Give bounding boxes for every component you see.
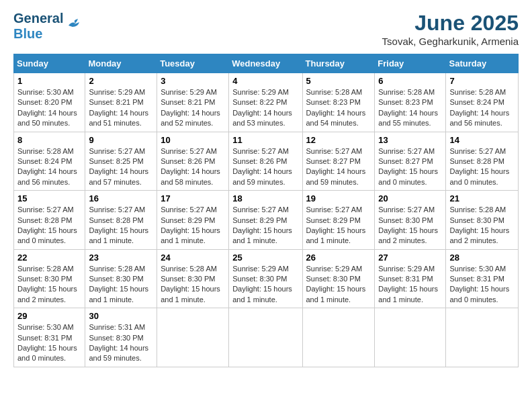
day-info: Sunrise: 5:27 AM Sunset: 8:29 PM Dayligh…	[306, 205, 371, 246]
day-info: Sunrise: 5:28 AM Sunset: 8:30 PM Dayligh…	[161, 264, 225, 306]
day-number: 27	[378, 253, 442, 263]
calendar-cell: 22Sunrise: 5:28 AM Sunset: 8:30 PM Dayli…	[14, 249, 85, 308]
calendar-cell: 29Sunrise: 5:30 AM Sunset: 8:31 PM Dayli…	[14, 308, 85, 367]
day-number: 23	[89, 253, 153, 263]
calendar-cell: 1Sunrise: 5:30 AM Sunset: 8:20 PM Daylig…	[14, 73, 85, 132]
day-number: 24	[161, 253, 225, 263]
logo-bird-icon	[66, 16, 82, 31]
day-info: Sunrise: 5:30 AM Sunset: 8:31 PM Dayligh…	[17, 322, 81, 364]
day-number: 28	[449, 253, 515, 263]
day-number: 19	[306, 193, 371, 203]
day-number: 2	[89, 76, 153, 86]
month-title: June 2025	[382, 11, 519, 36]
calendar-cell: 26Sunrise: 5:29 AM Sunset: 8:30 PM Dayli…	[302, 249, 375, 308]
calendar-cell	[302, 308, 375, 367]
day-info: Sunrise: 5:27 AM Sunset: 8:30 PM Dayligh…	[378, 205, 442, 246]
day-number: 26	[306, 253, 371, 263]
calendar-cell: 7Sunrise: 5:28 AM Sunset: 8:24 PM Daylig…	[446, 73, 519, 132]
day-info: Sunrise: 5:29 AM Sunset: 8:30 PM Dayligh…	[306, 264, 371, 306]
week-row-2: 8Sunrise: 5:28 AM Sunset: 8:24 PM Daylig…	[14, 132, 519, 191]
day-info: Sunrise: 5:27 AM Sunset: 8:27 PM Dayligh…	[378, 146, 442, 188]
calendar-cell: 6Sunrise: 5:28 AM Sunset: 8:23 PM Daylig…	[375, 73, 446, 132]
calendar-cell: 5Sunrise: 5:28 AM Sunset: 8:23 PM Daylig…	[302, 73, 375, 132]
calendar-cell: 20Sunrise: 5:27 AM Sunset: 8:30 PM Dayli…	[375, 191, 446, 250]
calendar-cell: 14Sunrise: 5:27 AM Sunset: 8:28 PM Dayli…	[446, 132, 519, 191]
col-header-monday: Monday	[85, 54, 157, 73]
day-number: 7	[449, 76, 515, 86]
week-row-1: 1Sunrise: 5:30 AM Sunset: 8:20 PM Daylig…	[14, 73, 519, 132]
col-header-friday: Friday	[375, 54, 446, 73]
calendar-cell: 4Sunrise: 5:29 AM Sunset: 8:22 PM Daylig…	[229, 73, 302, 132]
day-number: 1	[17, 76, 81, 86]
week-row-5: 29Sunrise: 5:30 AM Sunset: 8:31 PM Dayli…	[14, 308, 519, 367]
day-number: 13	[378, 135, 442, 145]
day-number: 11	[232, 135, 298, 145]
day-number: 21	[449, 193, 515, 203]
calendar-cell: 23Sunrise: 5:28 AM Sunset: 8:30 PM Dayli…	[85, 249, 157, 308]
col-header-tuesday: Tuesday	[157, 54, 229, 73]
day-info: Sunrise: 5:28 AM Sunset: 8:23 PM Dayligh…	[378, 87, 442, 129]
logo-line1: General	[13, 11, 63, 26]
calendar-cell: 16Sunrise: 5:27 AM Sunset: 8:28 PM Dayli…	[85, 191, 157, 250]
day-info: Sunrise: 5:30 AM Sunset: 8:20 PM Dayligh…	[17, 87, 81, 129]
day-number: 10	[161, 135, 225, 145]
calendar-cell: 25Sunrise: 5:29 AM Sunset: 8:30 PM Dayli…	[229, 249, 302, 308]
day-info: Sunrise: 5:31 AM Sunset: 8:30 PM Dayligh…	[89, 322, 153, 364]
day-info: Sunrise: 5:27 AM Sunset: 8:29 PM Dayligh…	[232, 205, 298, 246]
title-block: June 2025 Tsovak, Gegharkunik, Armenia	[382, 11, 519, 47]
day-info: Sunrise: 5:27 AM Sunset: 8:26 PM Dayligh…	[161, 146, 225, 188]
col-header-sunday: Sunday	[14, 54, 85, 73]
logo-line2: Blue	[13, 26, 63, 42]
calendar-cell	[229, 308, 302, 367]
day-number: 18	[232, 193, 298, 203]
page: General Blue June 2025 Tsovak, Gegharkun…	[0, 0, 532, 378]
location-subtitle: Tsovak, Gegharkunik, Armenia	[382, 36, 519, 47]
day-info: Sunrise: 5:27 AM Sunset: 8:25 PM Dayligh…	[89, 146, 153, 188]
day-number: 12	[306, 135, 371, 145]
calendar-cell: 11Sunrise: 5:27 AM Sunset: 8:26 PM Dayli…	[229, 132, 302, 191]
day-number: 9	[89, 135, 153, 145]
day-info: Sunrise: 5:29 AM Sunset: 8:31 PM Dayligh…	[378, 264, 442, 306]
day-info: Sunrise: 5:27 AM Sunset: 8:27 PM Dayligh…	[306, 146, 371, 188]
day-number: 17	[161, 193, 225, 203]
day-info: Sunrise: 5:28 AM Sunset: 8:24 PM Dayligh…	[449, 87, 515, 129]
day-number: 5	[306, 76, 371, 86]
day-number: 3	[161, 76, 225, 86]
day-number: 29	[17, 311, 81, 321]
calendar-cell: 24Sunrise: 5:28 AM Sunset: 8:30 PM Dayli…	[157, 249, 229, 308]
calendar-header-row: SundayMondayTuesdayWednesdayThursdayFrid…	[14, 54, 519, 73]
day-info: Sunrise: 5:27 AM Sunset: 8:28 PM Dayligh…	[89, 205, 153, 246]
day-number: 15	[17, 193, 81, 203]
col-header-thursday: Thursday	[302, 54, 375, 73]
calendar-cell: 30Sunrise: 5:31 AM Sunset: 8:30 PM Dayli…	[85, 308, 157, 367]
calendar-table: SundayMondayTuesdayWednesdayThursdayFrid…	[13, 54, 519, 367]
day-info: Sunrise: 5:27 AM Sunset: 8:28 PM Dayligh…	[449, 146, 515, 188]
day-number: 14	[449, 135, 515, 145]
calendar-cell: 21Sunrise: 5:28 AM Sunset: 8:30 PM Dayli…	[446, 191, 519, 250]
col-header-wednesday: Wednesday	[229, 54, 302, 73]
day-info: Sunrise: 5:28 AM Sunset: 8:30 PM Dayligh…	[89, 264, 153, 306]
day-number: 20	[378, 193, 442, 203]
col-header-saturday: Saturday	[446, 54, 519, 73]
calendar-cell: 9Sunrise: 5:27 AM Sunset: 8:25 PM Daylig…	[85, 132, 157, 191]
calendar-cell: 28Sunrise: 5:30 AM Sunset: 8:31 PM Dayli…	[446, 249, 519, 308]
day-number: 8	[17, 135, 81, 145]
day-number: 25	[232, 253, 298, 263]
day-info: Sunrise: 5:30 AM Sunset: 8:31 PM Dayligh…	[449, 264, 515, 306]
day-info: Sunrise: 5:29 AM Sunset: 8:21 PM Dayligh…	[161, 87, 225, 129]
day-info: Sunrise: 5:28 AM Sunset: 8:30 PM Dayligh…	[17, 264, 81, 306]
logo: General Blue	[13, 11, 82, 42]
day-info: Sunrise: 5:27 AM Sunset: 8:29 PM Dayligh…	[161, 205, 225, 246]
day-info: Sunrise: 5:29 AM Sunset: 8:21 PM Dayligh…	[89, 87, 153, 129]
week-row-4: 22Sunrise: 5:28 AM Sunset: 8:30 PM Dayli…	[14, 249, 519, 308]
day-number: 4	[232, 76, 298, 86]
day-info: Sunrise: 5:28 AM Sunset: 8:30 PM Dayligh…	[449, 205, 515, 246]
calendar-cell: 19Sunrise: 5:27 AM Sunset: 8:29 PM Dayli…	[302, 191, 375, 250]
calendar-cell: 13Sunrise: 5:27 AM Sunset: 8:27 PM Dayli…	[375, 132, 446, 191]
day-info: Sunrise: 5:29 AM Sunset: 8:22 PM Dayligh…	[232, 87, 298, 129]
day-number: 16	[89, 193, 153, 203]
day-info: Sunrise: 5:28 AM Sunset: 8:23 PM Dayligh…	[306, 87, 371, 129]
day-number: 30	[89, 311, 153, 321]
calendar-cell	[375, 308, 446, 367]
day-info: Sunrise: 5:27 AM Sunset: 8:26 PM Dayligh…	[232, 146, 298, 188]
